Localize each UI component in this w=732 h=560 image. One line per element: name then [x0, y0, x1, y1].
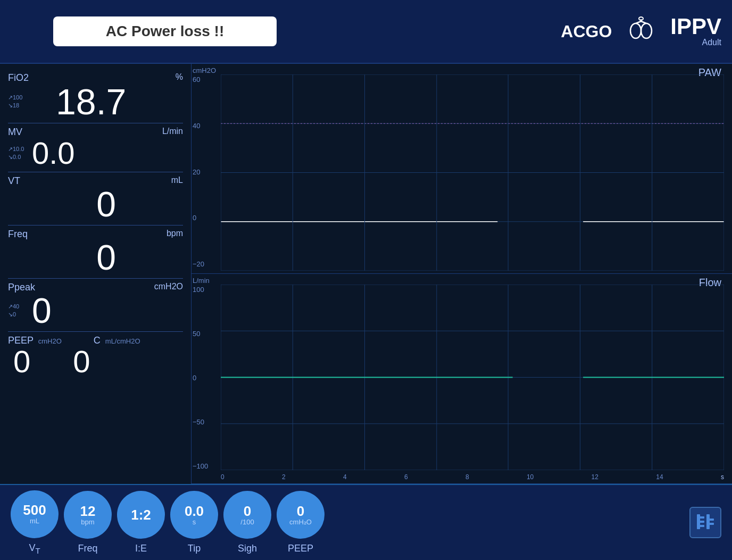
fio2-section: FiO2 % ↗100 ↘18 18.7 [8, 69, 183, 123]
peep-values: 0 0 [13, 346, 183, 377]
settings-icon [696, 512, 715, 531]
flow-y-label: L/min [193, 277, 210, 285]
vt-section: VT mL 0 [8, 172, 183, 225]
vt-label: VT [8, 175, 20, 187]
mv-value: 0.0 [32, 138, 75, 169]
bottom-bar: 500 mL VT 12 bpm Freq 1:2 I:E 0.0 s Tip … [0, 484, 732, 560]
flow-chart: Flow L/min 100 50 0 −50 −100 [192, 274, 732, 484]
tip-btn-value: 0.0 [185, 504, 204, 518]
ie-btn-value: 1:2 [131, 508, 151, 522]
paw-chart: PAW cmH2O 60 40 20 0 −20 [192, 64, 732, 274]
mv-section: MV L/min ↗10.0 ↘0.0 0.0 [8, 123, 183, 172]
peep-control[interactable]: 0 cmH₂O PEEP [277, 491, 325, 554]
ppeak-section: Ppeak cmH2O ↗40 ↘0 0 [8, 279, 183, 332]
fio2-limit-low: ↘18 [8, 102, 27, 110]
main-content: FiO2 % ↗100 ↘18 18.7 MV L/min [0, 64, 732, 484]
peep-btn-value: 0 [297, 504, 304, 518]
freq-btn-value: 12 [80, 504, 96, 518]
fio2-value: 18.7 [56, 83, 126, 120]
sigh-control[interactable]: 0 /100 Sigh [223, 491, 271, 554]
freq-unit: bpm [167, 229, 183, 238]
fio2-limit-high: ↗100 [8, 94, 27, 102]
tip-control-label: Tip [188, 543, 201, 554]
fio2-unit: % [176, 72, 183, 82]
svg-rect-40 [697, 525, 704, 527]
mode-block: IPPV Adult [670, 15, 721, 47]
vt-value: 0 [96, 185, 116, 224]
vt-button[interactable]: 500 mL [11, 490, 59, 538]
svg-rect-39 [697, 521, 704, 523]
flow-x-axis: 0 2 4 6 8 10 12 14 s [221, 473, 724, 481]
c-value: 0 [73, 346, 90, 377]
freq-btn-unit: bpm [81, 518, 94, 526]
sigh-btn-unit: /100 [240, 518, 254, 526]
flow-chart-svg [221, 285, 724, 470]
peep-header: PEEP cmH2O C mL/cmH2O [8, 335, 183, 346]
sigh-btn-value: 0 [244, 504, 251, 518]
svg-rect-38 [697, 516, 704, 519]
paw-y-label: cmH2O [193, 66, 216, 74]
ppeak-unit: cmH2O [154, 282, 183, 291]
svg-point-5 [639, 17, 643, 20]
mv-label: MV [8, 127, 22, 138]
ie-control-label: I:E [135, 543, 147, 554]
c-label: C mL/cmH2O [94, 335, 140, 346]
settings-area [689, 507, 721, 538]
freq-control[interactable]: 12 bpm Freq [64, 491, 112, 554]
left-panel: FiO2 % ↗100 ↘18 18.7 MV L/min [0, 64, 192, 484]
ie-control[interactable]: 1:2 I:E [117, 491, 165, 554]
svg-point-1 [641, 23, 652, 38]
alarm-box: AC Power loss !! [53, 16, 277, 46]
sigh-control-label: Sigh [238, 543, 257, 554]
alarm-text: AC Power loss !! [106, 23, 224, 39]
vt-btn-unit: mL [30, 517, 39, 525]
mv-unit: L/min [162, 127, 183, 136]
peep-button[interactable]: 0 cmH₂O [277, 491, 325, 539]
tip-btn-unit: s [193, 518, 196, 526]
header: AC Power loss !! ACGO IPPV Adult [0, 0, 732, 64]
paw-chart-svg [221, 74, 724, 271]
charts-area: PAW cmH2O 60 40 20 0 −20 [192, 64, 732, 484]
ppeak-label: Ppeak [8, 282, 35, 293]
freq-value: 0 [96, 238, 116, 277]
acgo-label: ACGO [561, 22, 612, 41]
freq-control-label: Freq [78, 543, 97, 554]
tip-button[interactable]: 0.0 s [170, 491, 218, 539]
peep-value: 0 [13, 346, 30, 377]
peep-control-label: PEEP [288, 543, 313, 554]
mv-limits: ↗10.0 ↘0.0 [8, 145, 27, 162]
freq-button[interactable]: 12 bpm [64, 491, 112, 539]
svg-point-0 [630, 23, 641, 38]
svg-rect-42 [706, 519, 714, 521]
sigh-button[interactable]: 0 /100 [223, 491, 271, 539]
header-right: ACGO IPPV Adult [561, 15, 721, 47]
ppeak-value: 0 [32, 293, 52, 328]
freq-section: Freq bpm 0 [8, 225, 183, 279]
ventilator-icon [628, 16, 654, 47]
freq-label: Freq [8, 229, 28, 240]
flow-y-axis: 100 50 0 −50 −100 [193, 286, 208, 470]
vt-control-label: VT [29, 542, 40, 555]
svg-rect-43 [706, 523, 714, 525]
fio2-label: FiO2 [8, 72, 29, 83]
peep-section: PEEP cmH2O C mL/cmH2O 0 0 [8, 332, 183, 380]
patient-type: Adult [670, 38, 721, 47]
vt-control[interactable]: 500 mL VT [11, 490, 59, 555]
paw-y-axis: 60 40 20 0 −20 [193, 76, 204, 268]
svg-line-2 [636, 21, 641, 23]
svg-rect-41 [706, 514, 710, 529]
svg-line-3 [641, 21, 646, 23]
peep-btn-unit: cmH₂O [289, 518, 312, 526]
settings-button[interactable] [689, 507, 721, 538]
fio2-limits: ↗100 ↘18 [8, 94, 27, 110]
ppeak-limits: ↗40 ↘0 [8, 303, 27, 319]
tip-control[interactable]: 0.0 s Tip [170, 491, 218, 554]
mode-label: IPPV [670, 15, 721, 38]
ie-button[interactable]: 1:2 [117, 491, 165, 539]
vt-btn-value: 500 [23, 503, 46, 517]
vt-unit: mL [171, 175, 183, 185]
